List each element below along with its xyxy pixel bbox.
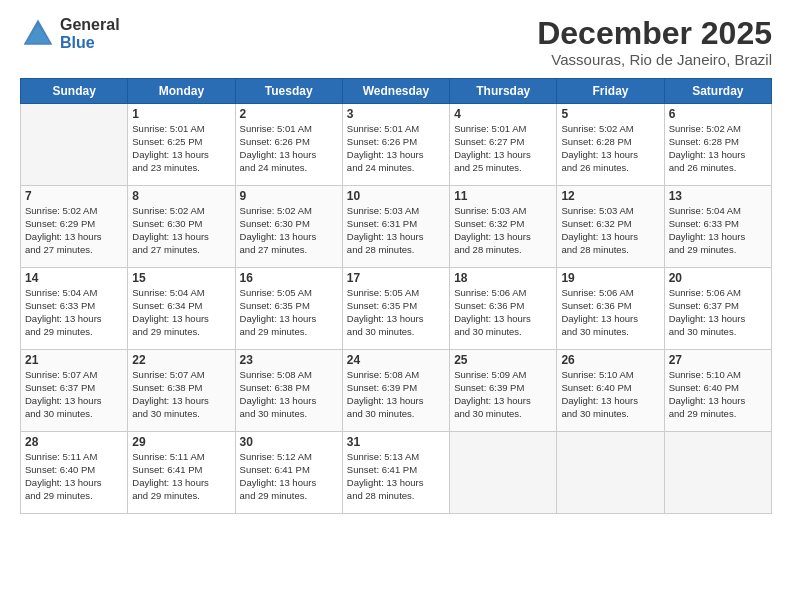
day-info: Sunrise: 5:08 AM Sunset: 6:38 PM Dayligh… (240, 369, 338, 420)
calendar-cell (21, 104, 128, 186)
day-info: Sunrise: 5:08 AM Sunset: 6:39 PM Dayligh… (347, 369, 445, 420)
calendar-cell: 15Sunrise: 5:04 AM Sunset: 6:34 PM Dayli… (128, 268, 235, 350)
logo-icon (20, 16, 56, 52)
calendar-cell (664, 432, 771, 514)
day-info: Sunrise: 5:07 AM Sunset: 6:38 PM Dayligh… (132, 369, 230, 420)
logo: General Blue (20, 16, 120, 52)
calendar-cell: 3Sunrise: 5:01 AM Sunset: 6:26 PM Daylig… (342, 104, 449, 186)
day-info: Sunrise: 5:03 AM Sunset: 6:32 PM Dayligh… (561, 205, 659, 256)
day-info: Sunrise: 5:03 AM Sunset: 6:31 PM Dayligh… (347, 205, 445, 256)
day-number: 24 (347, 353, 445, 367)
day-number: 13 (669, 189, 767, 203)
day-number: 14 (25, 271, 123, 285)
calendar-cell (557, 432, 664, 514)
calendar-cell: 26Sunrise: 5:10 AM Sunset: 6:40 PM Dayli… (557, 350, 664, 432)
day-number: 26 (561, 353, 659, 367)
calendar-week-row: 28Sunrise: 5:11 AM Sunset: 6:40 PM Dayli… (21, 432, 772, 514)
calendar-cell: 19Sunrise: 5:06 AM Sunset: 6:36 PM Dayli… (557, 268, 664, 350)
calendar-cell: 18Sunrise: 5:06 AM Sunset: 6:36 PM Dayli… (450, 268, 557, 350)
calendar-cell: 5Sunrise: 5:02 AM Sunset: 6:28 PM Daylig… (557, 104, 664, 186)
calendar-cell: 16Sunrise: 5:05 AM Sunset: 6:35 PM Dayli… (235, 268, 342, 350)
calendar-week-row: 21Sunrise: 5:07 AM Sunset: 6:37 PM Dayli… (21, 350, 772, 432)
calendar-cell: 11Sunrise: 5:03 AM Sunset: 6:32 PM Dayli… (450, 186, 557, 268)
day-number: 16 (240, 271, 338, 285)
day-info: Sunrise: 5:06 AM Sunset: 6:36 PM Dayligh… (454, 287, 552, 338)
day-info: Sunrise: 5:01 AM Sunset: 6:25 PM Dayligh… (132, 123, 230, 174)
day-number: 5 (561, 107, 659, 121)
calendar-cell: 30Sunrise: 5:12 AM Sunset: 6:41 PM Dayli… (235, 432, 342, 514)
title-block: December 2025 Vassouras, Rio de Janeiro,… (537, 16, 772, 68)
calendar-cell: 23Sunrise: 5:08 AM Sunset: 6:38 PM Dayli… (235, 350, 342, 432)
calendar-cell: 1Sunrise: 5:01 AM Sunset: 6:25 PM Daylig… (128, 104, 235, 186)
calendar-cell (450, 432, 557, 514)
day-number: 8 (132, 189, 230, 203)
weekday-header-saturday: Saturday (664, 79, 771, 104)
day-info: Sunrise: 5:02 AM Sunset: 6:30 PM Dayligh… (132, 205, 230, 256)
weekday-header-tuesday: Tuesday (235, 79, 342, 104)
calendar-cell: 4Sunrise: 5:01 AM Sunset: 6:27 PM Daylig… (450, 104, 557, 186)
day-number: 2 (240, 107, 338, 121)
calendar-cell: 17Sunrise: 5:05 AM Sunset: 6:35 PM Dayli… (342, 268, 449, 350)
header: General Blue December 2025 Vassouras, Ri… (20, 16, 772, 68)
day-info: Sunrise: 5:04 AM Sunset: 6:33 PM Dayligh… (669, 205, 767, 256)
weekday-header-wednesday: Wednesday (342, 79, 449, 104)
calendar-cell: 10Sunrise: 5:03 AM Sunset: 6:31 PM Dayli… (342, 186, 449, 268)
day-info: Sunrise: 5:02 AM Sunset: 6:28 PM Dayligh… (561, 123, 659, 174)
calendar-week-row: 14Sunrise: 5:04 AM Sunset: 6:33 PM Dayli… (21, 268, 772, 350)
day-number: 18 (454, 271, 552, 285)
day-number: 4 (454, 107, 552, 121)
logo-text: General Blue (60, 16, 120, 51)
day-info: Sunrise: 5:11 AM Sunset: 6:41 PM Dayligh… (132, 451, 230, 502)
calendar-cell: 29Sunrise: 5:11 AM Sunset: 6:41 PM Dayli… (128, 432, 235, 514)
day-number: 7 (25, 189, 123, 203)
calendar-table: SundayMondayTuesdayWednesdayThursdayFrid… (20, 78, 772, 514)
day-number: 28 (25, 435, 123, 449)
calendar-cell: 22Sunrise: 5:07 AM Sunset: 6:38 PM Dayli… (128, 350, 235, 432)
weekday-header-sunday: Sunday (21, 79, 128, 104)
day-number: 25 (454, 353, 552, 367)
calendar-cell: 8Sunrise: 5:02 AM Sunset: 6:30 PM Daylig… (128, 186, 235, 268)
day-number: 6 (669, 107, 767, 121)
day-info: Sunrise: 5:05 AM Sunset: 6:35 PM Dayligh… (347, 287, 445, 338)
day-info: Sunrise: 5:01 AM Sunset: 6:27 PM Dayligh… (454, 123, 552, 174)
day-number: 30 (240, 435, 338, 449)
calendar-cell: 24Sunrise: 5:08 AM Sunset: 6:39 PM Dayli… (342, 350, 449, 432)
day-number: 11 (454, 189, 552, 203)
calendar-cell: 21Sunrise: 5:07 AM Sunset: 6:37 PM Dayli… (21, 350, 128, 432)
day-info: Sunrise: 5:04 AM Sunset: 6:33 PM Dayligh… (25, 287, 123, 338)
logo-blue-text: Blue (60, 34, 120, 52)
weekday-header-thursday: Thursday (450, 79, 557, 104)
day-number: 21 (25, 353, 123, 367)
calendar-week-row: 7Sunrise: 5:02 AM Sunset: 6:29 PM Daylig… (21, 186, 772, 268)
calendar-cell: 9Sunrise: 5:02 AM Sunset: 6:30 PM Daylig… (235, 186, 342, 268)
day-info: Sunrise: 5:13 AM Sunset: 6:41 PM Dayligh… (347, 451, 445, 502)
calendar-cell: 31Sunrise: 5:13 AM Sunset: 6:41 PM Dayli… (342, 432, 449, 514)
calendar-cell: 20Sunrise: 5:06 AM Sunset: 6:37 PM Dayli… (664, 268, 771, 350)
calendar-cell: 12Sunrise: 5:03 AM Sunset: 6:32 PM Dayli… (557, 186, 664, 268)
day-number: 12 (561, 189, 659, 203)
day-number: 29 (132, 435, 230, 449)
day-info: Sunrise: 5:06 AM Sunset: 6:36 PM Dayligh… (561, 287, 659, 338)
day-number: 20 (669, 271, 767, 285)
calendar-cell: 6Sunrise: 5:02 AM Sunset: 6:28 PM Daylig… (664, 104, 771, 186)
day-info: Sunrise: 5:10 AM Sunset: 6:40 PM Dayligh… (561, 369, 659, 420)
day-info: Sunrise: 5:01 AM Sunset: 6:26 PM Dayligh… (240, 123, 338, 174)
day-number: 22 (132, 353, 230, 367)
day-info: Sunrise: 5:02 AM Sunset: 6:29 PM Dayligh… (25, 205, 123, 256)
calendar-cell: 13Sunrise: 5:04 AM Sunset: 6:33 PM Dayli… (664, 186, 771, 268)
month-title: December 2025 (537, 16, 772, 51)
day-info: Sunrise: 5:06 AM Sunset: 6:37 PM Dayligh… (669, 287, 767, 338)
day-info: Sunrise: 5:09 AM Sunset: 6:39 PM Dayligh… (454, 369, 552, 420)
day-info: Sunrise: 5:03 AM Sunset: 6:32 PM Dayligh… (454, 205, 552, 256)
day-number: 1 (132, 107, 230, 121)
weekday-header-friday: Friday (557, 79, 664, 104)
calendar-cell: 25Sunrise: 5:09 AM Sunset: 6:39 PM Dayli… (450, 350, 557, 432)
day-info: Sunrise: 5:05 AM Sunset: 6:35 PM Dayligh… (240, 287, 338, 338)
day-number: 27 (669, 353, 767, 367)
calendar-cell: 2Sunrise: 5:01 AM Sunset: 6:26 PM Daylig… (235, 104, 342, 186)
day-info: Sunrise: 5:02 AM Sunset: 6:28 PM Dayligh… (669, 123, 767, 174)
day-info: Sunrise: 5:01 AM Sunset: 6:26 PM Dayligh… (347, 123, 445, 174)
day-number: 23 (240, 353, 338, 367)
logo-general-text: General (60, 16, 120, 34)
calendar-cell: 27Sunrise: 5:10 AM Sunset: 6:40 PM Dayli… (664, 350, 771, 432)
